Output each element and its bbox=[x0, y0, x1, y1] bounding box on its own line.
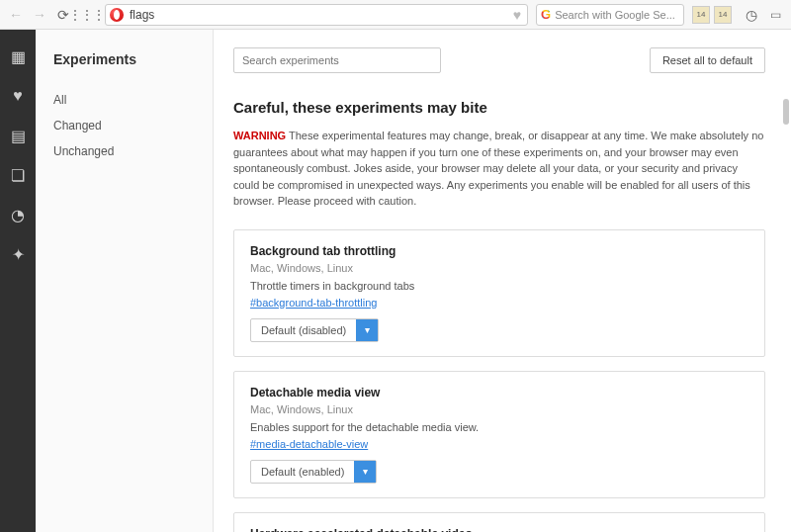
forward-button[interactable]: → bbox=[30, 5, 49, 25]
opera-icon bbox=[110, 8, 124, 22]
experiment-select[interactable]: Default (disabled)▾ bbox=[250, 318, 379, 342]
extension-icon-1[interactable]: 14 bbox=[692, 6, 710, 24]
chevron-down-icon: ▾ bbox=[356, 319, 378, 341]
extensions-rail-icon[interactable]: ✦ bbox=[9, 245, 27, 263]
scrollbar-thumb[interactable] bbox=[783, 99, 789, 125]
experiment-card: Hardware accelerated detachable videoMac… bbox=[233, 512, 765, 533]
extension-icons: 14 14 bbox=[692, 6, 732, 24]
warning-paragraph: WARNING These experimental features may … bbox=[233, 128, 765, 210]
back-button[interactable]: ← bbox=[6, 5, 26, 25]
experiment-title: Hardware accelerated detachable video bbox=[250, 527, 748, 533]
google-icon: G bbox=[541, 7, 551, 22]
experiment-card: Detachable media viewMac, Windows, Linux… bbox=[233, 371, 765, 498]
screen-rail-icon[interactable]: ❏ bbox=[9, 166, 27, 184]
speed-dial-icon[interactable]: ▦ bbox=[9, 47, 27, 65]
experiment-select[interactable]: Default (enabled)▾ bbox=[250, 460, 377, 484]
experiment-platforms: Mac, Windows, Linux bbox=[250, 403, 748, 415]
search-experiments-input[interactable] bbox=[233, 47, 441, 73]
left-rail: ▦ ♥ ▤ ❏ ◔ ✦ bbox=[0, 30, 36, 532]
sidebar-item-changed[interactable]: Changed bbox=[53, 113, 195, 138]
experiments-sidebar: Experiments All Changed Unchanged bbox=[36, 30, 214, 532]
browser-toolbar: ← → ⟳ ⋮⋮⋮ ♥ G Search with Google Se... 1… bbox=[0, 0, 791, 30]
main-content: Reset all to default Careful, these expe… bbox=[214, 30, 791, 532]
apps-button[interactable]: ⋮⋮⋮ bbox=[77, 5, 97, 25]
reset-all-button[interactable]: Reset all to default bbox=[650, 47, 765, 73]
page-heading: Careful, these experiments may bite bbox=[233, 99, 765, 116]
experiment-select-label: Default (disabled) bbox=[251, 324, 356, 336]
warning-text: These experimental features may change, … bbox=[233, 130, 763, 207]
experiment-select-label: Default (enabled) bbox=[251, 466, 354, 478]
experiment-platforms: Mac, Windows, Linux bbox=[250, 262, 748, 274]
address-input[interactable] bbox=[130, 8, 507, 22]
sidebar-item-all[interactable]: All bbox=[53, 87, 195, 113]
experiment-anchor-link[interactable]: #background-tab-throttling bbox=[250, 297, 377, 309]
experiment-description: Enables support for the detachable media… bbox=[250, 421, 748, 433]
heart-rail-icon[interactable]: ♥ bbox=[9, 87, 27, 105]
experiment-title: Background tab throttling bbox=[250, 244, 748, 258]
experiment-description: Throttle timers in background tabs bbox=[250, 280, 748, 292]
history-rail-icon[interactable]: ◔ bbox=[9, 206, 27, 223]
extension-icon-2[interactable]: 14 bbox=[714, 6, 732, 24]
bookmark-heart-icon[interactable]: ♥ bbox=[513, 7, 521, 23]
news-rail-icon[interactable]: ▤ bbox=[9, 127, 27, 144]
address-bar[interactable]: ♥ bbox=[105, 4, 528, 26]
chevron-down-icon: ▾ bbox=[354, 461, 376, 483]
sidebar-title: Experiments bbox=[53, 51, 195, 67]
experiment-title: Detachable media view bbox=[250, 386, 748, 399]
google-search-box[interactable]: G Search with Google Se... bbox=[536, 4, 684, 26]
warning-label: WARNING bbox=[233, 130, 286, 141]
sync-icon[interactable]: ◷ bbox=[742, 5, 761, 25]
battery-icon[interactable]: ▭ bbox=[765, 5, 785, 25]
experiment-anchor-link[interactable]: #media-detachable-view bbox=[250, 438, 368, 450]
experiment-card: Background tab throttlingMac, Windows, L… bbox=[233, 229, 765, 357]
google-placeholder: Search with Google Se... bbox=[555, 9, 675, 21]
sidebar-item-unchanged[interactable]: Unchanged bbox=[53, 138, 195, 164]
